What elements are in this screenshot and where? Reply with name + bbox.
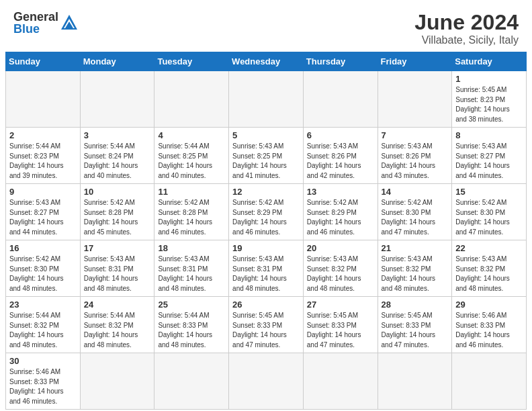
calendar-cell: 8Sunrise: 5:43 AMSunset: 8:27 PMDaylight… [452, 128, 527, 184]
calendar-cell: 20Sunrise: 5:43 AMSunset: 8:32 PMDayligh… [303, 240, 378, 297]
calendar-container: Sunday Monday Tuesday Wednesday Thursday… [0, 52, 532, 411]
calendar-cell [452, 353, 527, 410]
calendar-cell: 17Sunrise: 5:43 AMSunset: 8:31 PMDayligh… [80, 240, 154, 297]
calendar-cell: 25Sunrise: 5:44 AMSunset: 8:33 PMDayligh… [154, 297, 229, 353]
calendar-cell [229, 71, 304, 128]
header-wednesday: Wednesday [229, 52, 304, 71]
header-monday: Monday [80, 52, 154, 71]
calendar-cell: 29Sunrise: 5:46 AMSunset: 8:33 PMDayligh… [452, 297, 527, 353]
calendar-cell [303, 71, 378, 128]
calendar-cell [80, 353, 154, 410]
calendar-cell: 23Sunrise: 5:44 AMSunset: 8:32 PMDayligh… [6, 297, 81, 353]
calendar-cell: 4Sunrise: 5:44 AMSunset: 8:25 PMDaylight… [154, 128, 229, 184]
calendar-cell: 16Sunrise: 5:42 AMSunset: 8:30 PMDayligh… [6, 240, 81, 297]
header-friday: Friday [378, 52, 452, 71]
calendar-cell: 28Sunrise: 5:45 AMSunset: 8:33 PMDayligh… [378, 297, 452, 353]
header-sunday: Sunday [6, 52, 81, 71]
calendar-cell: 22Sunrise: 5:43 AMSunset: 8:32 PMDayligh… [452, 240, 527, 297]
calendar-cell: 30Sunrise: 5:46 AMSunset: 8:33 PMDayligh… [6, 353, 81, 410]
calendar-cell [154, 71, 229, 128]
header-thursday: Thursday [303, 52, 378, 71]
calendar-cell: 24Sunrise: 5:44 AMSunset: 8:32 PMDayligh… [80, 297, 154, 353]
header-saturday: Saturday [452, 52, 527, 71]
logo: General Blue [13, 11, 79, 35]
calendar-cell [6, 71, 81, 128]
calendar-body: 1Sunrise: 5:45 AMSunset: 8:23 PMDaylight… [6, 71, 527, 410]
calendar-cell [378, 71, 452, 128]
calendar-cell [378, 353, 452, 410]
calendar-cell: 18Sunrise: 5:43 AMSunset: 8:31 PMDayligh… [154, 240, 229, 297]
calendar-cell: 19Sunrise: 5:43 AMSunset: 8:31 PMDayligh… [229, 240, 304, 297]
calendar-cell [229, 353, 304, 410]
calendar-cell: 11Sunrise: 5:42 AMSunset: 8:28 PMDayligh… [154, 184, 229, 240]
calendar-cell: 15Sunrise: 5:42 AMSunset: 8:30 PMDayligh… [452, 184, 527, 240]
calendar-cell: 6Sunrise: 5:43 AMSunset: 8:26 PMDaylight… [303, 128, 378, 184]
calendar-cell [303, 353, 378, 410]
calendar-cell: 9Sunrise: 5:43 AMSunset: 8:27 PMDaylight… [6, 184, 81, 240]
calendar-cell: 21Sunrise: 5:43 AMSunset: 8:32 PMDayligh… [378, 240, 452, 297]
calendar-cell: 13Sunrise: 5:42 AMSunset: 8:29 PMDayligh… [303, 184, 378, 240]
title-block: June 2024 Villabate, Sicily, Italy [414, 11, 519, 46]
calendar-table: Sunday Monday Tuesday Wednesday Thursday… [5, 52, 527, 410]
logo-triangle-icon [60, 13, 79, 32]
calendar-cell: 3Sunrise: 5:44 AMSunset: 8:24 PMDaylight… [80, 128, 154, 184]
calendar-cell: 10Sunrise: 5:42 AMSunset: 8:28 PMDayligh… [80, 184, 154, 240]
logo-text: General Blue [13, 11, 79, 35]
calendar-cell: 2Sunrise: 5:44 AMSunset: 8:23 PMDaylight… [6, 128, 81, 184]
calendar-cell: 26Sunrise: 5:45 AMSunset: 8:33 PMDayligh… [229, 297, 304, 353]
calendar-cell: 1Sunrise: 5:45 AMSunset: 8:23 PMDaylight… [452, 71, 527, 128]
calendar-cell [80, 71, 154, 128]
calendar-title: June 2024 [414, 11, 519, 34]
calendar-cell: 12Sunrise: 5:42 AMSunset: 8:29 PMDayligh… [229, 184, 304, 240]
header-tuesday: Tuesday [154, 52, 229, 71]
calendar-cell: 27Sunrise: 5:45 AMSunset: 8:33 PMDayligh… [303, 297, 378, 353]
calendar-header: Sunday Monday Tuesday Wednesday Thursday… [6, 52, 527, 71]
calendar-cell: 14Sunrise: 5:42 AMSunset: 8:30 PMDayligh… [378, 184, 452, 240]
calendar-cell [154, 353, 229, 410]
calendar-cell: 7Sunrise: 5:43 AMSunset: 8:26 PMDaylight… [378, 128, 452, 184]
calendar-cell: 5Sunrise: 5:43 AMSunset: 8:25 PMDaylight… [229, 128, 304, 184]
page-header: General Blue June 2024 Villabate, Sicily… [0, 0, 532, 52]
calendar-subtitle: Villabate, Sicily, Italy [414, 34, 519, 46]
